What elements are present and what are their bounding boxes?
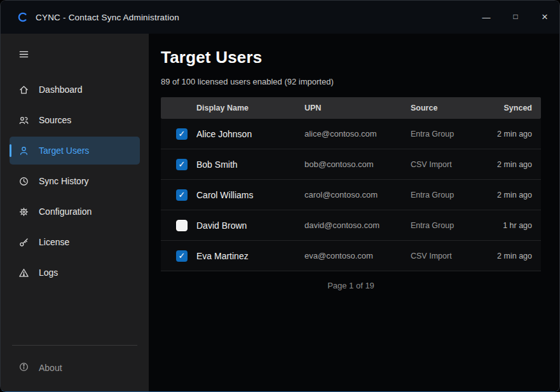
user-table-body: ✓ Alice Johnson alice@contoso.com Entra … xyxy=(161,119,541,271)
main-content: Target Users 89 of 100 licensed users en… xyxy=(149,34,559,391)
synced-cell: 2 min ago xyxy=(466,191,541,199)
column-header-display-name: Display Name xyxy=(196,104,304,112)
display-name-cell: David Brown xyxy=(196,220,304,231)
row-checkbox[interactable]: ✓ xyxy=(176,128,188,140)
menu-button[interactable] xyxy=(11,43,36,65)
upn-cell: bob@contoso.com xyxy=(304,159,411,169)
key-icon xyxy=(18,237,29,248)
sidebar-item-logs[interactable]: Logs xyxy=(10,259,140,287)
source-cell: Entra Group xyxy=(411,191,466,199)
row-checkbox[interactable] xyxy=(176,220,188,231)
hamburger-icon xyxy=(18,49,29,60)
table-row: ✓ Bob Smith bob@contoso.com CSV Import 2… xyxy=(161,149,541,180)
upn-cell: alice@contoso.com xyxy=(304,129,411,139)
warning-icon xyxy=(18,267,29,278)
source-cell: Entra Group xyxy=(411,130,466,139)
row-checkbox[interactable]: ✓ xyxy=(176,159,188,170)
synced-cell: 1 hr ago xyxy=(466,221,541,230)
table-header: Display Name UPN Source Synced xyxy=(161,97,541,119)
row-checkbox[interactable]: ✓ xyxy=(176,250,188,262)
sidebar-item-about[interactable]: About xyxy=(10,353,140,382)
app-window: CYNC - Contact Sync Administration — □ ×… xyxy=(0,0,560,392)
column-header-synced: Synced xyxy=(466,104,541,112)
target-users-table: Display Name UPN Source Synced ✓ Alice J… xyxy=(161,97,541,271)
sidebar-item-target-users[interactable]: Target Users xyxy=(10,137,140,165)
page-title: Target Users xyxy=(161,48,541,67)
app-logo-icon xyxy=(17,11,29,23)
table-row: ✓ Alice Johnson alice@contoso.com Entra … xyxy=(161,119,541,149)
about-label: About xyxy=(39,363,62,373)
table-row: David Brown david@contoso.com Entra Grou… xyxy=(161,210,541,241)
source-cell: CSV Import xyxy=(411,252,466,260)
column-header-source: Source xyxy=(411,104,466,112)
column-header-upn: UPN xyxy=(304,104,411,112)
sidebar: Dashboard Sources Target Users Sync Hist… xyxy=(1,34,149,391)
people-icon xyxy=(18,115,29,126)
synced-cell: 2 min ago xyxy=(466,252,541,260)
pagination-label: Page 1 of 19 xyxy=(161,281,541,290)
maximize-icon: □ xyxy=(513,12,517,21)
display-name-cell: Carol Williams xyxy=(196,190,304,200)
minimize-button[interactable]: — xyxy=(472,1,501,34)
sidebar-item-sync-history[interactable]: Sync History xyxy=(10,167,140,195)
row-checkbox[interactable]: ✓ xyxy=(176,189,188,201)
display-name-cell: Bob Smith xyxy=(196,159,304,170)
window-title: CYNC - Contact Sync Administration xyxy=(36,13,179,22)
info-icon xyxy=(18,362,29,375)
display-name-cell: Alice Johnson xyxy=(196,129,304,139)
sidebar-divider xyxy=(12,345,137,346)
source-cell: Entra Group xyxy=(411,221,466,230)
sidebar-item-dashboard[interactable]: Dashboard xyxy=(10,76,140,104)
home-icon xyxy=(18,84,29,95)
history-icon xyxy=(18,176,29,187)
sidebar-item-license[interactable]: License xyxy=(10,228,140,256)
upn-cell: carol@contoso.com xyxy=(304,190,411,199)
sidebar-nav: Dashboard Sources Target Users Sync Hist… xyxy=(1,74,149,288)
maximize-button[interactable]: □ xyxy=(501,1,530,34)
upn-cell: david@contoso.com xyxy=(304,220,411,230)
close-icon: × xyxy=(542,11,548,24)
sidebar-item-sources[interactable]: Sources xyxy=(10,106,140,134)
upn-cell: eva@contoso.com xyxy=(304,251,411,260)
gear-icon xyxy=(18,206,29,217)
display-name-cell: Eva Martinez xyxy=(196,251,304,261)
table-row: ✓ Eva Martinez eva@contoso.com CSV Impor… xyxy=(161,241,541,271)
person-icon xyxy=(18,145,29,156)
synced-cell: 2 min ago xyxy=(466,130,541,139)
source-cell: CSV Import xyxy=(411,160,466,169)
titlebar: CYNC - Contact Sync Administration — □ × xyxy=(1,1,559,34)
synced-cell: 2 min ago xyxy=(466,160,541,169)
user-count-summary: 89 of 100 licensed users enabled (92 imp… xyxy=(161,77,541,86)
minimize-icon: — xyxy=(482,13,491,22)
close-button[interactable]: × xyxy=(530,1,559,34)
sidebar-item-configuration[interactable]: Configuration xyxy=(10,198,140,226)
table-row: ✓ Carol Williams carol@contoso.com Entra… xyxy=(161,180,541,210)
